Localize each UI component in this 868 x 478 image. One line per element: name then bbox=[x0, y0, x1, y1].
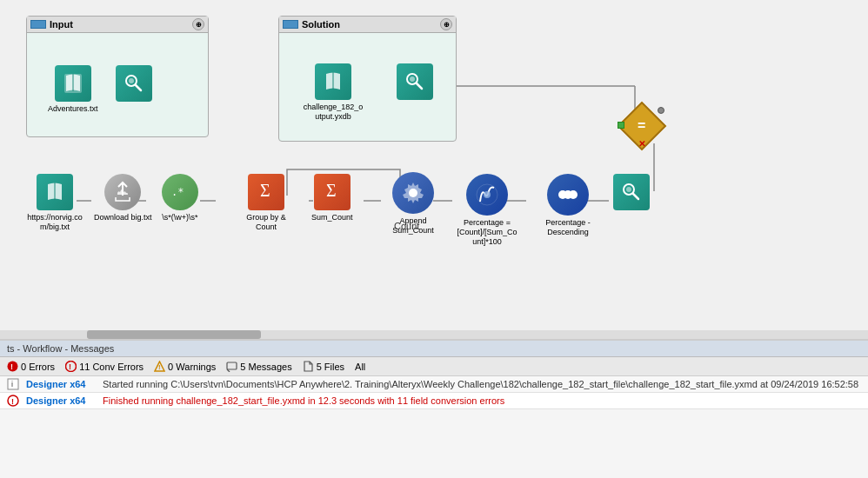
tab-messages-label: 5 Messages bbox=[240, 362, 291, 372]
formula-node[interactable]: Percentage = [Count]/[Sum_Count]*100 bbox=[457, 174, 517, 246]
output-icon bbox=[613, 174, 650, 210]
horizontal-scrollbar[interactable] bbox=[0, 330, 868, 339]
msg1-source[interactable]: Designer x64 bbox=[26, 379, 96, 389]
panel-header: ts - Workflow - Messages bbox=[0, 341, 868, 357]
input-box-label: Input bbox=[50, 19, 73, 30]
svg-point-37 bbox=[626, 187, 631, 192]
msg2-source[interactable]: Designer x64 bbox=[26, 395, 96, 406]
tab-all[interactable]: All bbox=[355, 360, 365, 374]
tab-errors-label: 0 Errors bbox=[21, 362, 55, 372]
sum-count-label: Sum_Count bbox=[311, 213, 353, 222]
msg2-text: Finished running challenge_182_start_fil… bbox=[103, 395, 861, 406]
panel-title: ts - Workflow - Messages bbox=[7, 343, 114, 354]
challenge-read-icon bbox=[315, 63, 351, 100]
regex-label: \s*(\w+)\s* bbox=[162, 213, 197, 222]
adventures-browse-icon bbox=[116, 65, 152, 102]
join-error-marker: ✕ bbox=[638, 139, 645, 149]
message-icon bbox=[226, 361, 237, 372]
svg-point-34 bbox=[564, 190, 572, 199]
info-icon: i bbox=[7, 378, 19, 390]
join-bottom-conn: ✕ bbox=[638, 138, 645, 145]
svg-line-19 bbox=[136, 85, 141, 90]
url-read-node[interactable]: https://norvig.com/big.txt bbox=[24, 174, 85, 232]
formula-label: Percentage = [Count]/[Sum_Count]*100 bbox=[457, 218, 517, 246]
sort-label: Percentage - Descending bbox=[537, 218, 598, 237]
workflow-canvas[interactable]: Input ⊕ Adventures.txt bbox=[0, 0, 868, 339]
tab-files-label: 5 Files bbox=[317, 362, 344, 372]
input-box-content bbox=[27, 33, 208, 47]
count-label: Count bbox=[394, 221, 419, 231]
tab-all-label: All bbox=[355, 362, 365, 372]
solution-browse-node[interactable] bbox=[397, 63, 433, 100]
summarize1-label: Group by & Count bbox=[236, 213, 297, 232]
challenge-read-node[interactable]: challenge_182_output.yxdb bbox=[303, 63, 364, 122]
sort-icon bbox=[547, 174, 589, 216]
tab-messages[interactable]: 5 Messages bbox=[226, 359, 291, 374]
message-row-2: ! Designer x64 Finished running challeng… bbox=[0, 393, 868, 409]
svg-text:!: ! bbox=[69, 362, 71, 371]
svg-text:.*: .* bbox=[171, 186, 184, 198]
svg-text:Σ: Σ bbox=[326, 181, 337, 200]
adventures-read-icon bbox=[55, 65, 91, 102]
summarize1-node[interactable]: Σ Group by & Count bbox=[236, 174, 297, 232]
solution-box-title: Solution ⊕ bbox=[279, 17, 456, 33]
input-title-icon bbox=[30, 20, 46, 29]
messages-list: i Designer x64 Started running C:\Users\… bbox=[0, 376, 868, 478]
adventures-read-node[interactable]: Adventures.txt bbox=[48, 65, 98, 114]
adventures-read-label: Adventures.txt bbox=[48, 104, 98, 114]
join-left-conn bbox=[618, 122, 624, 129]
svg-text:!: ! bbox=[158, 363, 161, 371]
join-equals-symbol: = bbox=[638, 118, 645, 134]
solution-box-label: Solution bbox=[302, 19, 340, 30]
adventures-browse-node[interactable] bbox=[116, 65, 152, 102]
download-node[interactable]: Download big.txt bbox=[94, 174, 152, 222]
bottom-panel: ts - Workflow - Messages ! 0 Errors ! 11… bbox=[0, 339, 868, 478]
challenge-read-label: challenge_182_output.yxdb bbox=[303, 103, 364, 122]
download-icon bbox=[104, 174, 141, 210]
tab-warnings[interactable]: ! 0 Warnings bbox=[154, 359, 216, 374]
message-row-1: i Designer x64 Started running C:\Users\… bbox=[0, 376, 868, 393]
sort-node[interactable]: Percentage - Descending bbox=[537, 174, 598, 237]
input-expand-btn[interactable]: ⊕ bbox=[192, 18, 204, 30]
svg-line-36 bbox=[633, 194, 638, 199]
tab-files[interactable]: 5 Files bbox=[303, 359, 344, 374]
panel-tabs: ! 0 Errors ! 11 Conv Errors ! 0 Warnings bbox=[0, 357, 868, 376]
regex-node[interactable]: .* \s*(\w+)\s* bbox=[162, 174, 198, 222]
download-label: Download big.txt bbox=[94, 213, 152, 222]
url-read-icon bbox=[37, 174, 73, 210]
tab-warnings-label: 0 Warnings bbox=[168, 362, 216, 372]
svg-text:!: ! bbox=[11, 397, 14, 406]
error-circle-icon: ! bbox=[7, 361, 18, 372]
solution-title-icon bbox=[283, 20, 298, 29]
error-row-icon: ! bbox=[7, 395, 19, 407]
conv-error-icon: ! bbox=[65, 361, 77, 372]
svg-text:i: i bbox=[11, 380, 13, 388]
join-right-conn bbox=[658, 107, 664, 114]
tab-conv-errors[interactable]: ! 11 Conv Errors bbox=[65, 359, 144, 374]
tab-errors[interactable]: ! 0 Errors bbox=[7, 359, 55, 374]
join-node[interactable]: = ✕ bbox=[624, 109, 659, 143]
svg-rect-46 bbox=[8, 379, 18, 389]
output-node[interactable] bbox=[613, 174, 650, 210]
svg-point-31 bbox=[484, 191, 491, 198]
svg-text:Σ: Σ bbox=[260, 181, 270, 200]
sum-count-icon: Σ bbox=[314, 174, 351, 210]
tab-conv-errors-label: 11 Conv Errors bbox=[79, 362, 144, 372]
scrollbar-thumb[interactable] bbox=[87, 330, 261, 339]
solution-expand-btn[interactable]: ⊕ bbox=[440, 18, 452, 30]
svg-rect-44 bbox=[227, 362, 237, 369]
input-box-title: Input ⊕ bbox=[27, 17, 208, 33]
summarize1-icon: Σ bbox=[248, 174, 284, 210]
url-read-label: https://norvig.com/big.txt bbox=[24, 213, 85, 232]
config-icon bbox=[392, 172, 434, 214]
solution-browse-icon bbox=[397, 63, 433, 100]
svg-point-24 bbox=[410, 76, 415, 82]
svg-text:!: ! bbox=[10, 362, 13, 371]
warning-triangle-icon: ! bbox=[154, 361, 165, 372]
msg1-text: Started running C:\Users\tvn\Documents\H… bbox=[103, 379, 861, 389]
formula-icon bbox=[466, 174, 508, 216]
svg-line-23 bbox=[417, 83, 422, 89]
sum-count-node[interactable]: Σ Sum_Count bbox=[311, 174, 353, 222]
regex-icon: .* bbox=[162, 174, 198, 210]
file-icon bbox=[303, 361, 314, 372]
